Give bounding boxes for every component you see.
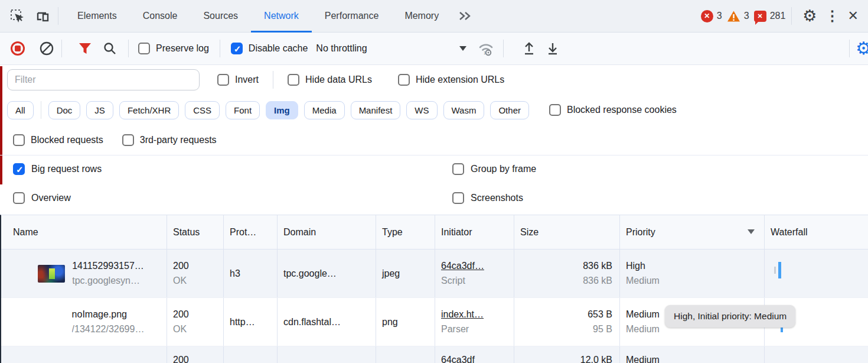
cell-name[interactable]: 827299944997 xyxy=(1,346,167,363)
issues-icon: ✕ xyxy=(754,11,766,22)
kebab-menu-icon[interactable]: ⋮ xyxy=(825,9,840,23)
filter-pill-fetchxhr[interactable]: Fetch/XHR xyxy=(119,101,179,119)
initiator-link[interactable]: 64ca3df xyxy=(441,355,514,363)
third-party-requests-checkbox[interactable]: 3rd-party requests xyxy=(122,134,217,146)
filter-input[interactable] xyxy=(7,69,200,90)
cell-domain xyxy=(278,346,376,363)
cell-status: 200 xyxy=(167,346,224,363)
checkbox-checked[interactable] xyxy=(231,43,243,54)
chevron-down-icon xyxy=(459,46,466,51)
initiator-link[interactable]: 64ca3df… xyxy=(441,261,514,271)
import-har-icon[interactable] xyxy=(520,40,538,57)
blocked-response-cookies-checkbox[interactable]: Blocked response cookies xyxy=(549,104,677,116)
big-request-rows-checkbox[interactable]: Big request rows xyxy=(13,163,102,175)
divider xyxy=(791,7,792,25)
network-settings-gear-icon[interactable]: ⚙ xyxy=(856,40,868,57)
tab-elements[interactable]: Elements xyxy=(64,0,130,33)
preserve-log-checkbox[interactable]: Preserve log xyxy=(138,43,209,54)
filter-pill-wasm[interactable]: Wasm xyxy=(443,101,485,119)
column-header-domain[interactable]: Domain xyxy=(278,215,376,249)
filter-pill-media[interactable]: Media xyxy=(304,101,345,119)
filter-pill-doc[interactable]: Doc xyxy=(48,101,81,119)
hide-data-urls-checkbox[interactable]: Hide data URLs xyxy=(288,74,372,86)
disable-cache-label: Disable cache xyxy=(249,43,308,54)
cell-initiator[interactable]: 64ca3df xyxy=(435,346,514,363)
device-toolbar-icon[interactable] xyxy=(34,7,52,25)
table-header-row: Name Status Prot… Domain Type Initiator … xyxy=(1,215,868,249)
column-header-type[interactable]: Type xyxy=(376,215,435,249)
error-icon: ✕ xyxy=(701,10,713,22)
cell-waterfall[interactable] xyxy=(765,346,868,363)
tab-memory[interactable]: Memory xyxy=(391,0,452,33)
inspect-element-icon[interactable] xyxy=(8,7,26,25)
screenshots-label: Screenshots xyxy=(471,193,523,203)
warning-icon xyxy=(727,10,740,22)
clear-network-log-icon[interactable] xyxy=(38,40,56,57)
column-header-priority[interactable]: Priority xyxy=(620,215,765,249)
cell-name[interactable]: noImage.png /134122/32699… xyxy=(1,298,167,346)
cell-initiator[interactable]: index.ht… Parser xyxy=(435,298,514,346)
disable-cache-checkbox[interactable]: Disable cache xyxy=(231,43,308,54)
column-header-status[interactable]: Status xyxy=(167,215,224,249)
column-header-waterfall[interactable]: Waterfall xyxy=(765,215,868,249)
filter-pill-other[interactable]: Other xyxy=(490,101,529,119)
record-network-log-button[interactable] xyxy=(11,41,25,56)
request-name: 141152993157… xyxy=(72,261,144,271)
cell-size: 653 B 95 B xyxy=(514,298,620,346)
cell-domain: tpc.google… xyxy=(278,249,376,297)
cell-name[interactable]: 141152993157… tpc.googlesyn… xyxy=(1,249,167,297)
overview-label: Overview xyxy=(31,193,71,203)
request-path: tpc.googlesyn… xyxy=(72,276,144,286)
filter-pill-manifest[interactable]: Manifest xyxy=(351,101,401,119)
close-devtools-icon[interactable]: ✕ xyxy=(848,9,859,22)
filter-funnel-icon[interactable] xyxy=(76,40,94,57)
column-header-size[interactable]: Size xyxy=(514,215,620,249)
table-row[interactable]: 827299944997 200 64ca3df 12.0 kB Medium xyxy=(1,346,868,363)
column-header-protocol[interactable]: Prot… xyxy=(224,215,278,249)
blocked-requests-label: Blocked requests xyxy=(31,135,103,145)
hide-extension-urls-checkbox[interactable]: Hide extension URLs xyxy=(398,74,504,86)
table-row[interactable]: 141152993157… tpc.googlesyn… 200 OK h3 t… xyxy=(1,249,868,298)
issues-badge[interactable]: ✕ 281 xyxy=(754,11,786,22)
throttling-select[interactable]: No throttling xyxy=(316,43,466,54)
cell-initiator[interactable]: 64ca3df… Script xyxy=(435,249,514,297)
throttling-value: No throttling xyxy=(316,43,367,54)
image-thumbnail xyxy=(38,265,65,283)
network-conditions-icon[interactable]: 1 xyxy=(477,40,495,57)
column-header-name[interactable]: Name xyxy=(1,215,167,249)
group-by-frame-checkbox[interactable]: Group by frame xyxy=(452,163,536,175)
more-tabs-icon[interactable] xyxy=(458,11,472,21)
initiator-link[interactable]: index.ht… xyxy=(441,309,514,320)
cell-size: 836 kB 836 kB xyxy=(514,249,620,297)
filter-pill-ws[interactable]: WS xyxy=(406,101,437,119)
tab-performance[interactable]: Performance xyxy=(312,0,392,33)
console-warnings-badge[interactable]: 3 xyxy=(727,10,749,22)
invert-label: Invert xyxy=(235,74,259,85)
tab-network[interactable]: Network xyxy=(251,0,312,33)
screenshots-checkbox[interactable]: Screenshots xyxy=(452,192,523,204)
cell-status: 200 OK xyxy=(167,249,224,297)
overview-checkbox[interactable]: Overview xyxy=(13,192,71,204)
invert-checkbox[interactable]: Invert xyxy=(217,74,259,86)
tab-console[interactable]: Console xyxy=(130,0,191,33)
big-request-rows-label: Big request rows xyxy=(31,164,102,174)
cell-waterfall[interactable] xyxy=(765,249,868,297)
console-errors-badge[interactable]: ✕ 3 xyxy=(701,10,722,22)
checkbox-unchecked[interactable] xyxy=(138,43,150,54)
cell-size: 12.0 kB xyxy=(514,346,620,363)
settings-gear-icon[interactable]: ⚙ xyxy=(802,8,817,24)
blocked-requests-checkbox[interactable]: Blocked requests xyxy=(13,134,103,146)
tab-sources[interactable]: Sources xyxy=(190,0,251,33)
filter-pill-css[interactable]: CSS xyxy=(185,101,220,119)
column-header-initiator[interactable]: Initiator xyxy=(435,215,514,249)
filter-pill-font[interactable]: Font xyxy=(226,101,260,119)
request-path: /134122/32699… xyxy=(72,324,145,335)
filter-pill-img[interactable]: Img xyxy=(266,101,298,119)
network-filter-panel: Invert Hide data URLs Hide extension URL… xyxy=(0,65,868,215)
search-icon[interactable] xyxy=(101,40,119,57)
filter-pill-js[interactable]: JS xyxy=(86,101,113,119)
export-har-icon[interactable] xyxy=(544,40,562,57)
issues-count: 281 xyxy=(770,11,786,21)
filter-pill-all[interactable]: All xyxy=(7,101,34,119)
waterfall-tick xyxy=(774,267,776,274)
